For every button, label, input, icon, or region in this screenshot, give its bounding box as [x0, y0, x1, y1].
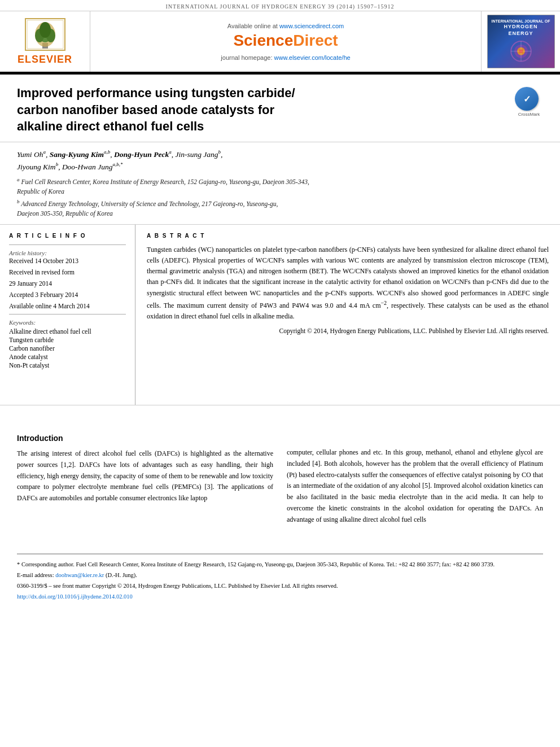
- author-5: Jiyoung Kim: [17, 163, 56, 171]
- journal-banner: INTERNATIONAL JOURNAL OF HYDROGEN ENERGY…: [0, 0, 560, 11]
- journal-homepage-url[interactable]: www.elsevier.com/locate/he: [274, 54, 351, 61]
- info-divider-2: [9, 314, 126, 314]
- journal-cover-graphic: [507, 39, 535, 64]
- article-title-container: Improved performance using tungsten carb…: [17, 85, 509, 135]
- journal-header: ELSEVIER Available online at www.science…: [0, 11, 560, 73]
- introduction-title: Introduction: [17, 434, 273, 443]
- sciencedirect-area: Available online at www.sciencedirect.co…: [90, 11, 481, 72]
- elsevier-logo-area: ELSEVIER: [0, 11, 90, 72]
- doi-link[interactable]: http://dx.doi.org/10.1016/j.ijhydene.201…: [17, 593, 133, 600]
- author-email[interactable]: doohwan@kier.re.kr: [55, 572, 104, 578]
- abstract-header: A B S T R A C T: [147, 233, 549, 239]
- author-1: Yumi Oh: [17, 150, 43, 159]
- available-online-text: Available online at www.sciencedirect.co…: [228, 23, 344, 29]
- issn-line: 0360-3199/$ – see front matter Copyright…: [17, 582, 543, 591]
- doi-line: http://dx.doi.org/10.1016/j.ijhydene.201…: [17, 593, 543, 600]
- introduction-right-text: computer, cellular phones and etc. In th…: [287, 447, 543, 526]
- available-date: Available online 4 March 2014: [9, 303, 126, 309]
- authors-line: Yumi Oha, Sang-Kyung Kima,b, Dong-Hyun P…: [17, 148, 543, 173]
- copyright-text: Copyright © 2014, Hydrogen Energy Public…: [147, 326, 549, 336]
- affiliation-b: b Advanced Energy Technology, University…: [17, 198, 543, 219]
- journal-cover-area: International Journal of HYDROGENENERGY: [481, 11, 560, 72]
- elsevier-logo: ELSEVIER: [18, 18, 72, 65]
- keyword-1: Alkaline direct ethanol fuel cell: [9, 328, 126, 335]
- keywords-label: Keywords:: [9, 319, 126, 326]
- received-date: Received 14 October 2013: [9, 257, 126, 264]
- keyword-3: Carbon nanofiber: [9, 345, 126, 352]
- keyword-5: Non-Pt catalyst: [9, 362, 126, 369]
- email-line: E-mail address: doohwan@kier.re.kr (D.-H…: [17, 571, 543, 580]
- journal-cover-title: International Journal of HYDROGENENERGY: [492, 19, 550, 37]
- footer-notes: * Corresponding author. Fuel Cell Resear…: [17, 554, 543, 605]
- journal-cover: International Journal of HYDROGENENERGY: [487, 15, 555, 68]
- revised-label: Received in revised form: [9, 269, 126, 276]
- author-4: Jin-sung Jang: [175, 150, 218, 159]
- author-2: Sang-Kyung Kim: [50, 150, 104, 159]
- banner-text: INTERNATIONAL JOURNAL OF HYDROGEN ENERGY…: [165, 3, 394, 10]
- article-info-header: A R T I C L E I N F O: [9, 233, 126, 239]
- crossmark-label: CrossMark: [515, 112, 543, 117]
- authors-area: Yumi Oha, Sang-Kyung Kima,b, Dong-Hyun P…: [0, 142, 560, 225]
- history-label: Article history:: [9, 250, 126, 256]
- keyword-4: Anode catalyst: [9, 353, 126, 360]
- elsevier-name: ELSEVIER: [18, 54, 72, 65]
- info-abstract-section: A R T I C L E I N F O Article history: R…: [0, 225, 560, 405]
- accepted-date: Accepted 3 February 2014: [9, 291, 126, 298]
- footer-area: * Corresponding author. Fuel Cell Resear…: [0, 553, 560, 605]
- author-3: Dong-Hyun Peck: [114, 150, 169, 159]
- sciencedirect-logo: ScienceDirect: [233, 32, 338, 50]
- abstract-column: A B S T R A C T Tungsten carbides (WC) n…: [135, 225, 560, 405]
- keyword-2: Tungsten carbide: [9, 337, 126, 343]
- introduction-section: Introduction The arising interest of dir…: [0, 422, 560, 537]
- crossmark-icon: ✓: [515, 87, 539, 111]
- article-title: Improved performance using tungsten carb…: [17, 85, 509, 135]
- spacer: [0, 405, 560, 422]
- article-title-area: Improved performance using tungsten carb…: [0, 75, 560, 142]
- article-info-column: A R T I C L E I N F O Article history: R…: [0, 225, 135, 405]
- abstract-text: Tungsten carbides (WC) nanoparticles on …: [147, 244, 549, 322]
- sciencedirect-url[interactable]: www.sciencedirect.com: [279, 23, 344, 29]
- corresponding-note: * Corresponding author. Fuel Cell Resear…: [17, 560, 543, 570]
- journal-homepage: journal homepage: www.elsevier.com/locat…: [221, 54, 350, 61]
- introduction-left: Introduction The arising interest of dir…: [17, 434, 273, 526]
- revised-date: 29 January 2014: [9, 280, 126, 287]
- affiliations: a Fuel Cell Research Center, Korea Insti…: [17, 176, 543, 219]
- svg-point-5: [40, 22, 51, 38]
- info-divider-1: [9, 244, 126, 245]
- introduction-left-text: The arising interest of direct alcohol f…: [17, 448, 273, 504]
- crossmark-area: ✓ CrossMark: [515, 87, 543, 117]
- elsevier-tree-icon: [23, 18, 68, 51]
- affiliation-a: a Fuel Cell Research Center, Korea Insti…: [17, 176, 543, 196]
- introduction-columns: Introduction The arising interest of dir…: [17, 434, 543, 526]
- author-6: Doo-Hwan Jung: [62, 163, 113, 171]
- introduction-right: computer, cellular phones and etc. In th…: [287, 434, 543, 526]
